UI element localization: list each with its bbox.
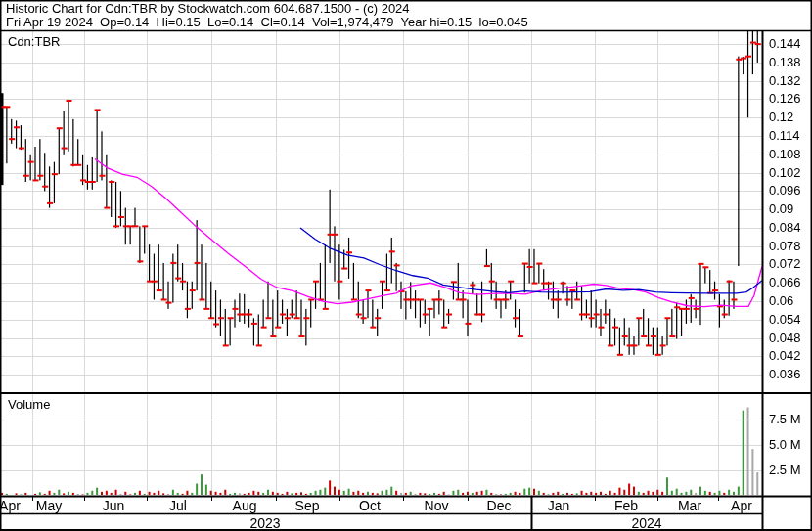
month-axis-label: Sep	[295, 498, 320, 513]
price-axis-label: 0.144	[769, 37, 801, 51]
price-axis-label: 0.102	[769, 166, 801, 180]
month-axis-label: May	[36, 498, 62, 513]
month-axis-label: Aug	[233, 498, 257, 513]
month-axis-label: Dec	[487, 498, 512, 513]
price-axis-label: 0.12	[769, 111, 793, 124]
price-axis-label: 0.114	[769, 129, 800, 143]
year-axis-label: 2023	[249, 515, 280, 531]
volume-axis-label: 2.5 M	[769, 464, 801, 477]
header-line-1: Historic Chart for Cdn:TBR by Stockwatch…	[6, 2, 410, 16]
price-axis-label: 0.066	[769, 276, 801, 289]
month-axis-label: Jul	[169, 498, 187, 513]
price-axis-label: 0.048	[769, 332, 801, 345]
price-axis-label: 0.042	[769, 349, 801, 363]
price-axis-label: 0.126	[769, 92, 801, 106]
month-axis-label: Jan	[548, 498, 570, 513]
month-axis-label: Apr	[0, 498, 21, 513]
header-line-2: Fri Apr 19 2024 Op=0.14 Hi=0.15 Lo=0.14 …	[6, 16, 528, 29]
price-axis-label: 0.036	[769, 368, 801, 381]
price-axis-label: 0.072	[769, 257, 801, 271]
stockwatch-historic-chart-window: Historic Chart for Cdn:TBR by Stockwatch…	[0, 0, 812, 531]
price-axis-label: 0.084	[769, 221, 801, 235]
price-volume-chart-canvas	[0, 0, 812, 531]
month-axis-label: Apr	[731, 498, 752, 513]
price-axis-label: 0.132	[769, 74, 801, 88]
symbol-label: Cdn:TBR	[8, 34, 60, 49]
month-axis-label: Feb	[614, 498, 638, 513]
month-axis-label: Nov	[425, 498, 449, 513]
price-axis-label: 0.096	[769, 184, 801, 198]
price-axis-label: 0.054	[769, 313, 801, 327]
year-axis-label: 2024	[631, 515, 661, 531]
price-axis-label: 0.108	[769, 148, 801, 161]
month-axis-label: Jun	[103, 498, 125, 513]
volume-axis-label: 5.0 M	[769, 438, 801, 452]
month-axis-label: Mar	[678, 498, 701, 513]
price-axis-label: 0.078	[769, 240, 801, 253]
price-axis-label: 0.138	[769, 56, 801, 69]
price-axis-label: 0.09	[769, 202, 793, 216]
volume-axis-label: 7.5 M	[769, 413, 801, 426]
price-axis-label: 0.06	[769, 294, 793, 308]
volume-pane-label: Volume	[8, 397, 50, 412]
month-axis-label: Oct	[359, 498, 381, 513]
